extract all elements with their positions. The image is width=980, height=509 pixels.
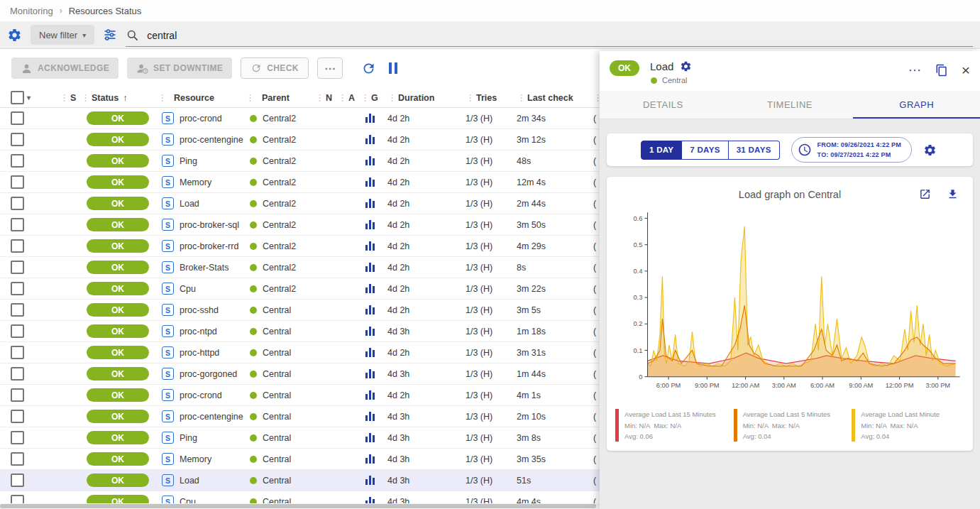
column-menu-icon[interactable]: ⋮: [360, 92, 370, 103]
column-header-resource[interactable]: ⋮ Resource: [158, 92, 246, 103]
graph-icon[interactable]: [365, 348, 375, 357]
legend-item[interactable]: Average Load Last 15 MinutesMin: N/A Max…: [615, 409, 728, 442]
column-header-g[interactable]: ⋮ G: [360, 92, 385, 103]
row-checkbox[interactable]: [11, 111, 24, 125]
cell-tries: 1/3 (H): [463, 390, 514, 400]
more-actions-button[interactable]: ⋯: [317, 58, 343, 79]
row-checkbox[interactable]: [11, 197, 24, 210]
cell-parent: Central2: [246, 199, 315, 209]
copy-link-icon[interactable]: [935, 64, 948, 77]
date-range-picker[interactable]: FROM: 09/26/2021 4:22 PM TO: 09/27/2021 …: [791, 137, 912, 163]
graph-icon[interactable]: [365, 241, 375, 251]
cell-resource: S proc-broker-sql: [158, 219, 246, 231]
open-in-new-icon[interactable]: [919, 188, 931, 200]
tab-graph[interactable]: GRAPH: [853, 91, 980, 119]
close-icon[interactable]: ×: [962, 62, 970, 77]
breadcrumb-monitoring[interactable]: Monitoring: [10, 6, 53, 16]
resource-name: proc-gorgoned: [180, 369, 237, 379]
row-checkbox[interactable]: [11, 474, 24, 487]
column-header-n[interactable]: ⋮ N: [315, 92, 338, 103]
row-checkbox[interactable]: [11, 218, 24, 231]
row-checkbox[interactable]: [11, 154, 24, 168]
row-checkbox[interactable]: [11, 324, 24, 338]
row-checkbox[interactable]: [11, 367, 24, 381]
graph-icon[interactable]: [365, 369, 375, 378]
sort-asc-icon: ↑: [123, 92, 128, 103]
column-menu-icon[interactable]: ⋮: [387, 92, 397, 103]
horizontal-scrollbar-thumb[interactable]: [0, 504, 596, 508]
column-menu-icon[interactable]: ⋮: [81, 92, 90, 103]
graph-icon[interactable]: [365, 156, 375, 165]
graph-options-gear-icon[interactable]: [923, 143, 937, 157]
column-header-a[interactable]: ⋮ A: [338, 92, 360, 103]
row-checkbox[interactable]: [11, 452, 24, 466]
row-checkbox[interactable]: [11, 133, 24, 146]
download-icon[interactable]: [947, 188, 959, 200]
tab-timeline[interactable]: TIMELINE: [727, 91, 854, 119]
graph-icon[interactable]: [365, 433, 375, 442]
graph-icon[interactable]: [365, 263, 375, 272]
row-checkbox[interactable]: [11, 282, 24, 295]
graph-icon[interactable]: [365, 177, 375, 187]
time-range-button-group: 1 DAY 7 DAYS 31 DAYS: [641, 141, 780, 160]
column-menu-icon[interactable]: ⋮: [517, 92, 526, 103]
range-31-days-button[interactable]: 31 DAYS: [729, 141, 780, 160]
tab-details[interactable]: DETAILS: [600, 91, 727, 119]
column-menu-icon[interactable]: ⋮: [466, 92, 475, 103]
panel-settings-gear-icon[interactable]: [680, 60, 692, 72]
row-checkbox[interactable]: [11, 431, 24, 444]
graph-icon[interactable]: [365, 114, 375, 123]
column-menu-icon[interactable]: ⋮: [315, 92, 324, 103]
graph-icon[interactable]: [365, 284, 375, 293]
column-header-tries[interactable]: ⋮ Tries: [463, 92, 514, 103]
search-input[interactable]: [145, 29, 973, 42]
row-checkbox[interactable]: [11, 346, 24, 359]
select-all-dropdown-icon[interactable]: ▾: [27, 94, 31, 102]
column-header-duration[interactable]: ⋮ Duration: [385, 92, 463, 103]
column-menu-icon[interactable]: ⋮: [246, 92, 255, 103]
range-7-days-button[interactable]: 7 DAYS: [682, 141, 728, 160]
graph-icon[interactable]: [365, 135, 375, 144]
filter-tune-icon[interactable]: [103, 28, 117, 42]
check-button[interactable]: CHECK: [241, 58, 309, 79]
row-checkbox[interactable]: [11, 303, 24, 317]
set-downtime-button[interactable]: SET DOWNTIME: [127, 58, 232, 79]
column-header-status[interactable]: ⋮ Status ↑: [81, 92, 158, 103]
refresh-icon[interactable]: [361, 61, 376, 76]
column-menu-icon[interactable]: ⋮: [60, 92, 69, 103]
row-checkbox[interactable]: [11, 261, 24, 274]
graph-icon[interactable]: [365, 476, 375, 485]
row-checkbox[interactable]: [11, 239, 24, 253]
column-header-parent[interactable]: ⋮ Parent: [246, 92, 315, 103]
graph-icon[interactable]: [365, 327, 375, 336]
filter-settings-gear-icon[interactable]: [7, 28, 22, 43]
resource-name: Cpu: [180, 284, 196, 294]
new-filter-dropdown[interactable]: New filter ▾: [31, 25, 94, 45]
legend-item[interactable]: Average Load Last 5 MinutesMin: N/A Max:…: [734, 409, 847, 442]
acknowledge-button[interactable]: ACKNOWLEDGE: [11, 58, 119, 79]
graph-icon[interactable]: [365, 412, 375, 421]
column-menu-icon[interactable]: ⋮: [338, 92, 347, 103]
pause-icon[interactable]: [389, 62, 397, 74]
row-checkbox[interactable]: [11, 175, 24, 189]
legend-item[interactable]: Average Load Last MinuteMin: N/A Max: N/…: [852, 409, 964, 442]
cell-duration: 4d 2h: [385, 114, 463, 124]
column-header-last-check[interactable]: ⋮ Last check: [514, 92, 593, 103]
range-1-day-button[interactable]: 1 DAY: [641, 141, 682, 160]
cell-duration: 4d 3h: [385, 433, 463, 443]
graph-icon[interactable]: [365, 199, 375, 208]
column-menu-icon[interactable]: ⋮: [158, 92, 167, 103]
load-graph[interactable]: 00.10.20.30.40.50.66:00 PM9:00 PM12:00 A…: [614, 208, 966, 403]
service-icon: S: [162, 453, 174, 465]
status-badge: OK: [87, 282, 149, 295]
column-header-severity[interactable]: ⋮ S: [31, 92, 81, 103]
graph-icon[interactable]: [365, 390, 375, 400]
row-checkbox[interactable]: [11, 410, 24, 423]
graph-icon[interactable]: [365, 220, 375, 229]
select-all-checkbox[interactable]: [11, 91, 24, 104]
panel-more-icon[interactable]: ⋯: [908, 63, 922, 77]
graph-icon[interactable]: [365, 305, 375, 314]
graph-icon[interactable]: [365, 454, 375, 464]
row-checkbox[interactable]: [11, 388, 24, 402]
breadcrumb-resources-status[interactable]: Resources Status: [69, 6, 142, 16]
